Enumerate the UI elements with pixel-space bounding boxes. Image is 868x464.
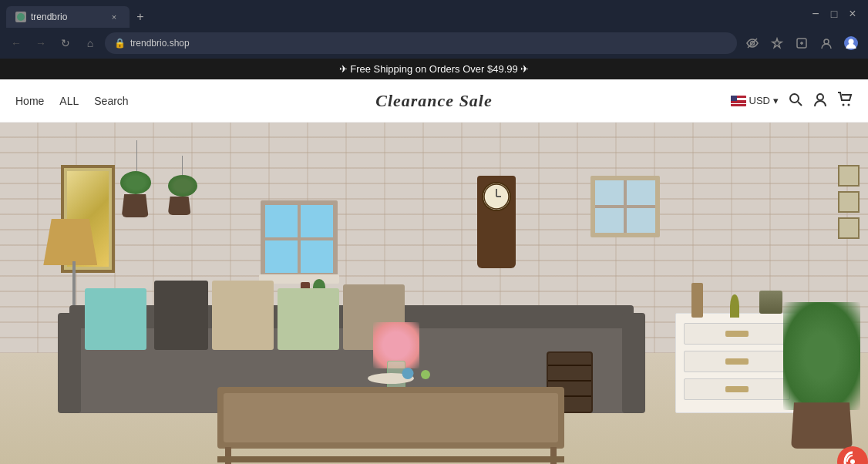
- browser-tab-trendbrio[interactable]: trendbrio ×: [6, 6, 130, 28]
- tab-title: trendbrio: [31, 12, 103, 22]
- hanging-plant-2: [168, 156, 197, 217]
- hanging-plants: [122, 140, 197, 217]
- account-icon[interactable]: [840, 32, 862, 54]
- wall-mirror: [590, 176, 660, 237]
- new-tab-button[interactable]: +: [130, 6, 151, 28]
- svg-point-10: [843, 103, 845, 106]
- nav-home-link[interactable]: Home: [15, 95, 44, 107]
- svg-point-9: [817, 94, 823, 100]
- plant-right: [775, 310, 868, 449]
- dresser-drawer-3: [684, 378, 790, 400]
- svg-point-0: [17, 13, 25, 21]
- website: ✈ Free Shipping on Orders Over $49.99 ✈ …: [0, 59, 868, 464]
- currency-chevron-icon: ▾: [773, 95, 779, 106]
- nav-all-link[interactable]: ALL: [59, 95, 79, 107]
- site-logo[interactable]: Clearance Sale: [375, 91, 493, 111]
- cart-icon-button[interactable]: [837, 92, 853, 110]
- cushion-teal: [85, 288, 146, 350]
- promo-text: ✈ Free Shipping on Orders Over $49.99 ✈: [339, 63, 530, 75]
- plant-pot: [791, 402, 853, 449]
- search-icon-button[interactable]: [788, 92, 803, 110]
- back-button[interactable]: ←: [6, 33, 26, 53]
- currency-code: USD: [749, 95, 770, 106]
- cushion-dark: [154, 281, 208, 350]
- sofa-armrest-left: [58, 313, 81, 413]
- dresser-drawer-2: [684, 351, 790, 372]
- extensions-icon[interactable]: [791, 32, 812, 54]
- eye-slash-icon[interactable]: [742, 32, 763, 54]
- lock-icon: 🔒: [114, 38, 126, 49]
- browser-profile-icon[interactable]: [816, 32, 837, 54]
- small-frame-3: [838, 217, 860, 239]
- address-bar-row: ← → ↻ ⌂ 🔒 trendbrio.shop: [0, 28, 868, 59]
- cushion-bird: [212, 281, 274, 350]
- browser-chrome: trendbrio × + − □ × ← → ↻ ⌂ 🔒 trendbrio.…: [0, 0, 868, 59]
- svg-point-11: [848, 103, 850, 106]
- currency-selector[interactable]: USD ▾: [731, 95, 779, 106]
- plant-leaves: [783, 302, 860, 410]
- tab-favicon: [15, 12, 26, 22]
- svg-point-7: [790, 94, 799, 103]
- cushion-light: [278, 288, 339, 350]
- dresser-drawer-1: [684, 323, 790, 345]
- clock-face: [482, 182, 511, 211]
- site-navigation: Home ALL Search Clearance Sale USD ▾: [0, 79, 868, 123]
- tab-close-button[interactable]: ×: [108, 11, 120, 23]
- small-frame-2: [838, 191, 860, 213]
- promo-banner: ✈ Free Shipping on Orders Over $49.99 ✈: [0, 59, 868, 79]
- svg-point-16: [850, 459, 855, 464]
- left-window: [261, 200, 338, 277]
- tab-bar: trendbrio × + − □ ×: [0, 0, 868, 28]
- bookmark-star-icon[interactable]: [766, 32, 788, 54]
- forward-button[interactable]: →: [31, 33, 51, 53]
- nav-links: Home ALL Search: [15, 95, 129, 107]
- svg-point-6: [849, 39, 854, 45]
- hero-image-section: [0, 123, 868, 464]
- home-button[interactable]: ⌂: [80, 33, 100, 53]
- nav-search-link[interactable]: Search: [94, 95, 128, 107]
- coffee-table: [217, 387, 564, 449]
- window-close-button[interactable]: ×: [846, 7, 859, 21]
- nav-right: USD ▾: [731, 92, 853, 110]
- room-background: [0, 123, 868, 464]
- reload-button[interactable]: ↻: [56, 33, 76, 53]
- window-restore-button[interactable]: □: [828, 8, 840, 20]
- window-controls: − □ ×: [800, 0, 868, 28]
- svg-line-8: [798, 102, 802, 106]
- small-frame-1: [838, 165, 860, 187]
- svg-point-4: [824, 39, 829, 44]
- url-text: trendbrio.shop: [130, 38, 728, 49]
- us-flag-icon: [731, 96, 746, 106]
- sofa-armrest-right: [622, 313, 645, 413]
- toolbar-icons: [742, 32, 862, 54]
- lamp-shade: [43, 219, 97, 265]
- small-frames-right: [838, 165, 860, 239]
- hanging-plant-1: [122, 140, 153, 217]
- window-minimize-button[interactable]: −: [809, 7, 822, 21]
- wall-clock: [477, 176, 516, 268]
- address-bar[interactable]: 🔒 trendbrio.shop: [105, 32, 737, 54]
- account-icon-button[interactable]: [812, 92, 828, 110]
- recaptcha-badge: [837, 446, 868, 464]
